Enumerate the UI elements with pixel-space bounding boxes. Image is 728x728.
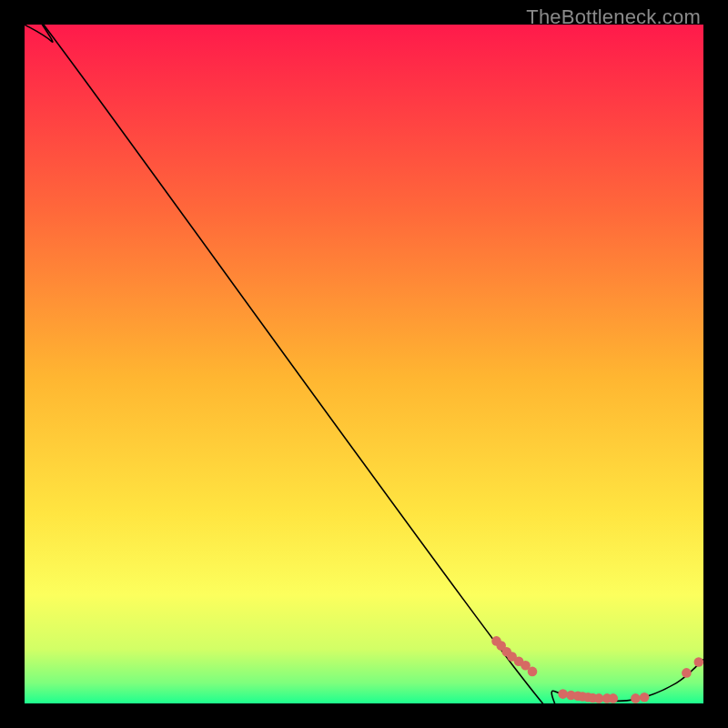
curve-marker: [631, 693, 641, 703]
gradient-background: [25, 25, 703, 703]
curve-marker: [682, 668, 692, 678]
curve-marker: [558, 689, 568, 699]
curve-marker: [609, 693, 619, 703]
curve-marker: [640, 693, 650, 703]
plot-area: [25, 25, 703, 703]
curve-marker: [528, 667, 538, 677]
curve-marker: [694, 657, 704, 667]
chart-svg: [25, 25, 703, 703]
chart-stage: TheBottleneck.com: [0, 0, 728, 728]
